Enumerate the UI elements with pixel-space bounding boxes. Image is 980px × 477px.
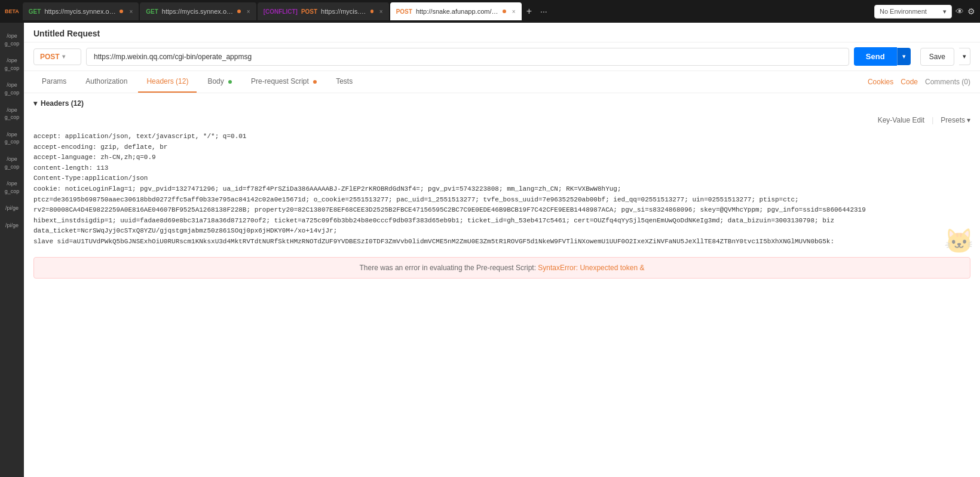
tab-2[interactable]: GET https://mycis.synnex.org/cis-cr/... … [140, 2, 256, 20]
beta-badge: BETA [5, 8, 19, 14]
tabs-bar: BETA GET https://mycis.synnex.org/cis-cr… [0, 0, 980, 23]
tab-3-url: https://mycis.synn... [321, 8, 367, 15]
settings-icon[interactable]: ⚙ [967, 7, 975, 16]
chevron-down-icon: ▾ [943, 8, 947, 16]
tab-2-close[interactable]: × [247, 8, 250, 15]
tab-4[interactable]: POST http://snake.afunapp.com/cla... × [390, 2, 522, 20]
sidebar-item-6[interactable]: /opeg_cop [2, 152, 22, 174]
sidebar-item-1[interactable]: /opeg_cop [2, 29, 22, 51]
prerequest-dot [313, 80, 317, 84]
headers-title-label: Headers (12) [41, 99, 84, 108]
cookies-link[interactable]: Cookies [868, 78, 893, 86]
env-selector: No Environment ▾ 👁 ⚙ [874, 5, 975, 19]
toolbar-separator: | [932, 116, 933, 124]
save-dropdown-button[interactable]: ▾ [959, 48, 970, 65]
sidebar-item-9[interactable]: /pi/ge [3, 218, 21, 233]
method-selector[interactable]: POST ▾ [33, 48, 81, 65]
body-dot [228, 80, 232, 84]
new-tab-button[interactable]: + [523, 6, 535, 17]
tab-params[interactable]: Params [33, 71, 75, 93]
eye-icon[interactable]: 👁 [956, 7, 964, 16]
more-tabs-button[interactable]: ··· [537, 7, 551, 16]
tab-3[interactable]: [CONFLICT] POST https://mycis.synn... × [258, 2, 389, 20]
sidebar-item-3[interactable]: /opeg_cop [2, 78, 22, 100]
env-label: No Environment [880, 8, 927, 15]
tab-3-dot [370, 10, 373, 13]
chevron-down-icon: ▾ [33, 99, 37, 108]
request-title: Untitled Request [24, 23, 980, 42]
tab-2-method: GET [146, 8, 158, 15]
tab-4-method: POST [396, 8, 412, 15]
presets-button[interactable]: Presets ▾ [941, 116, 970, 124]
tab-4-url: http://snake.afunapp.com/cla... [416, 8, 499, 15]
tab-4-close[interactable]: × [512, 8, 516, 15]
sidebar-item-8[interactable]: /pi/ge [3, 201, 21, 216]
tab-4-dot [503, 10, 506, 13]
tab-tests[interactable]: Tests [327, 71, 361, 93]
sidebar-item-7[interactable]: /opeg_cop [2, 176, 22, 198]
tab-1[interactable]: GET https://mycis.synnex.org/cis-cr/... … [23, 2, 139, 20]
headers-content-area: accept: application/json, text/javascrip… [33, 127, 970, 252]
url-bar: POST ▾ Send ▾ Save ▾ [24, 42, 980, 71]
sidebar-item-4[interactable]: /opeg_cop [2, 103, 22, 125]
key-value-edit-button[interactable]: Key-Value Edit [878, 116, 925, 124]
url-input[interactable] [86, 48, 849, 66]
tab-prerequest[interactable]: Pre-request Script [243, 71, 325, 93]
tab-1-method: GET [29, 8, 41, 15]
tab-authorization[interactable]: Authorization [77, 71, 136, 93]
request-tabs-nav: Params Authorization Headers (12) Body P… [24, 71, 980, 93]
send-dropdown-button[interactable]: ▾ [897, 48, 911, 65]
tab-1-dot [120, 10, 123, 13]
send-button-group: Send ▾ [854, 47, 911, 66]
tab-3-close[interactable]: × [379, 8, 383, 15]
tab-1-url: https://mycis.synnex.org/cis-cr/... [44, 8, 116, 15]
code-link[interactable]: Code [901, 78, 918, 86]
error-message-text: SyntaxError: Unexpected token & [538, 264, 644, 272]
headers-title[interactable]: ▾ Headers (12) [33, 93, 970, 114]
chevron-down-icon: ▾ [967, 116, 970, 124]
comments-link[interactable]: Comments (0) [925, 78, 970, 86]
tab-body[interactable]: Body [199, 71, 240, 93]
tab-3-conflict: [CONFLICT] [264, 8, 298, 15]
chevron-down-icon: ▾ [62, 53, 65, 60]
send-button[interactable]: Send [854, 47, 897, 66]
sidebar: /opeg_cop /opeg_cop /opeg_cop /opeg_cop … [0, 23, 24, 477]
error-bar: There was an error in evaluating the Pre… [33, 257, 970, 279]
save-button[interactable]: Save [920, 48, 954, 66]
tab-3-method: POST [301, 8, 317, 15]
tab-right-actions: Cookies Code Comments (0) [868, 78, 970, 86]
headers-toolbar: Key-Value Edit | Presets ▾ [33, 114, 970, 127]
sidebar-item-5[interactable]: /opeg_cop [2, 127, 22, 149]
environment-dropdown[interactable]: No Environment ▾ [874, 5, 952, 19]
tab-1-close[interactable]: × [129, 8, 133, 15]
tab-2-dot [237, 10, 241, 13]
main-content: Untitled Request POST ▾ Send ▾ Save ▾ Pa… [24, 23, 980, 477]
tab-headers[interactable]: Headers (12) [138, 71, 197, 93]
error-label-text: There was an error in evaluating the Pre… [360, 264, 536, 272]
method-label: POST [40, 53, 60, 61]
headers-section: ▾ Headers (12) Key-Value Edit | Presets … [24, 93, 980, 252]
tab-2-url: https://mycis.synnex.org/cis-cr/... [162, 8, 234, 15]
sidebar-item-2[interactable]: /opeg_cop [2, 53, 22, 75]
